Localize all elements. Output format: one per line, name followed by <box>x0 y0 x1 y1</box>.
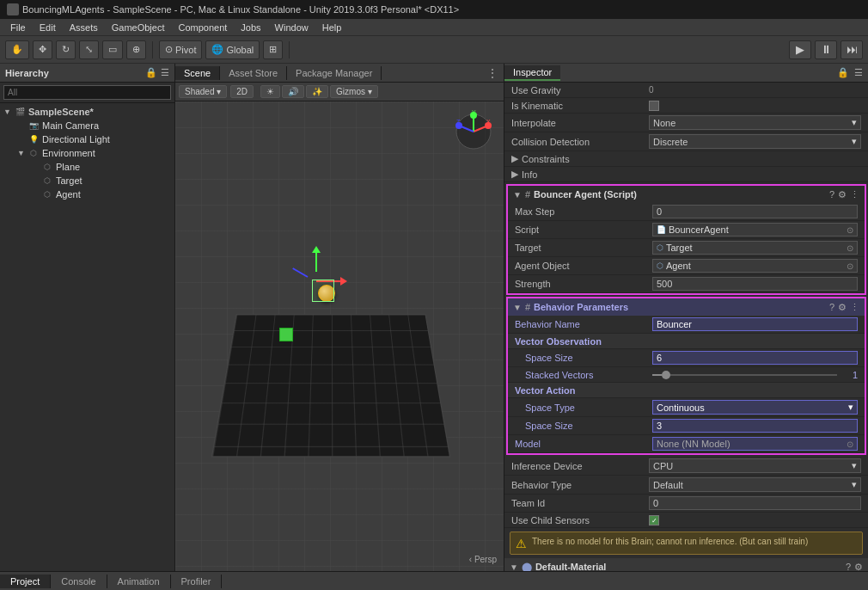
val-script: BouncerAgent <box>669 224 729 235</box>
gizmos-btn[interactable]: Gizmos ▾ <box>330 85 378 98</box>
row-info[interactable]: ▶ Info <box>504 167 868 182</box>
dropdown-behaviortype[interactable]: Default ▾ <box>649 477 861 492</box>
ref-target[interactable]: ⬡ Target ⊙ <box>652 241 858 255</box>
menu-gameobject[interactable]: GameObject <box>105 22 172 34</box>
field-maxstep[interactable] <box>652 205 858 218</box>
dropdown-collisiondetection[interactable]: Discrete ▾ <box>649 134 861 149</box>
tab-profiler[interactable]: Profiler <box>171 575 223 588</box>
menu-help[interactable]: Help <box>315 22 349 34</box>
lock-inspector-icon[interactable]: 🔒 <box>837 67 849 78</box>
clear-target-icon[interactable]: ⊙ <box>847 243 853 253</box>
label-collisiondetection: Collision Detection <box>511 137 649 147</box>
inspector-menu-icon[interactable]: ☰ <box>854 67 863 78</box>
pivot-button[interactable]: ⊙ Pivot <box>159 40 202 59</box>
view-options-icon[interactable]: ⋮ <box>486 66 498 80</box>
move-tool[interactable]: ✥ <box>33 40 52 59</box>
up-arrowhead <box>312 246 321 253</box>
right-arrowhead <box>340 277 347 286</box>
transform-tool[interactable]: ⊕ <box>126 40 146 59</box>
tree-item-directionallight[interactable]: 💡 Directional Light <box>0 132 174 146</box>
menu-file[interactable]: File <box>3 22 33 34</box>
svg-text:X: X <box>486 119 491 125</box>
slider-track-stackedvectors[interactable] <box>652 374 837 376</box>
default-material-header[interactable]: ▼ ⬤ Default-Material ? ⚙ <box>504 558 868 571</box>
clear-model-icon[interactable]: ⊙ <box>847 439 853 449</box>
label-vectorobservation: Vector Observation <box>515 336 652 347</box>
tree-item-environment[interactable]: ▼ ⬡ Environment <box>0 146 174 160</box>
global-button[interactable]: 🌐 Global <box>205 40 260 59</box>
checkbox-iskinematic[interactable] <box>649 101 659 111</box>
shading-arrow: ▾ <box>217 87 221 96</box>
row-collisiondetection: Collision Detection Discrete ▾ <box>504 132 868 151</box>
play-button[interactable]: ▶ <box>789 40 811 59</box>
tree-item-plane[interactable]: ⬡ Plane <box>0 160 174 174</box>
checkbox-usechildsensors[interactable]: ✓ <box>649 515 659 525</box>
tree-item-maincamera[interactable]: 📷 Main Camera <box>0 119 174 132</box>
row-vectorobservation-header: Vector Observation <box>508 334 865 349</box>
2d-toggle[interactable]: 2D <box>230 85 254 98</box>
lock-icon[interactable]: 🔒 <box>145 67 157 78</box>
dropdown-spacetype[interactable]: Continuous ▾ <box>652 400 858 415</box>
menu-assets[interactable]: Assets <box>63 22 105 34</box>
tab-inspector[interactable]: Inspector <box>504 65 560 81</box>
tab-package-manager[interactable]: Package Manager <box>287 66 382 80</box>
settings-icon-material[interactable]: ⚙ <box>854 562 863 572</box>
ref-script[interactable]: 📄 BouncerAgent ⊙ <box>652 223 858 237</box>
behavior-parameters-header[interactable]: ▼ # Behavior Parameters ? ⚙ ⋮ <box>508 298 865 316</box>
menu-icon[interactable]: ☰ <box>161 67 169 78</box>
bouncer-agent-section: ▼ # Bouncer Agent (Script) ? ⚙ ⋮ Max Ste… <box>506 184 866 295</box>
settings-icon[interactable]: ⚙ <box>838 189 847 200</box>
help-icon-bp[interactable]: ? <box>829 302 834 313</box>
tree-item-agent[interactable]: ⬡ Agent <box>0 187 174 201</box>
overflow-icon[interactable]: ⋮ <box>850 189 859 200</box>
grid-button[interactable]: ⊞ <box>263 40 283 59</box>
val-model: None (NN Model) <box>657 439 730 449</box>
tree-item-samplescene[interactable]: ▼ 🎬 SampleScene* <box>0 105 174 119</box>
dropdown-inferencedevice[interactable]: CPU ▾ <box>649 458 861 473</box>
menu-edit[interactable]: Edit <box>33 22 63 34</box>
menu-window[interactable]: Window <box>268 22 315 34</box>
rect-tool[interactable]: ▭ <box>102 40 123 59</box>
field-teamid[interactable] <box>649 496 861 510</box>
help-icon[interactable]: ? <box>829 189 834 200</box>
pause-button[interactable]: ⏸ <box>815 40 837 59</box>
tab-asset-store[interactable]: Asset Store <box>220 66 287 80</box>
label-target: Target <box>515 243 652 253</box>
rotate-tool[interactable]: ↻ <box>56 40 76 59</box>
slider-thumb-stackedvectors[interactable] <box>662 371 670 379</box>
step-button[interactable]: ⏭ <box>840 40 863 59</box>
label-model: Model <box>515 439 652 449</box>
field-behaviorname[interactable] <box>652 317 858 331</box>
bouncer-agent-header[interactable]: ▼ # Bouncer Agent (Script) ? ⚙ ⋮ <box>508 186 865 203</box>
field-spacesize-action[interactable] <box>652 419 858 433</box>
ref-agentobject[interactable]: ⬡ Agent ⊙ <box>652 259 858 273</box>
tab-console[interactable]: Console <box>51 575 107 588</box>
tab-project[interactable]: Project <box>0 575 51 588</box>
agent-ref-icon: ⬡ <box>657 261 663 270</box>
tree-item-target[interactable]: ⬡ Target <box>0 174 174 187</box>
clear-script-icon[interactable]: ⊙ <box>847 225 853 235</box>
help-icon-material[interactable]: ? <box>846 562 851 572</box>
audio-btn[interactable]: 🔊 <box>282 85 304 98</box>
clear-agent-icon[interactable]: ⊙ <box>847 261 853 271</box>
slider-stackedvectors: 1 <box>652 370 858 380</box>
menu-jobs[interactable]: Jobs <box>234 22 267 34</box>
shading-dropdown[interactable]: Shaded ▾ <box>179 85 227 98</box>
hierarchy-search-input[interactable] <box>3 85 171 100</box>
tab-scene[interactable]: Scene <box>175 66 220 80</box>
row-usegravity: Use Gravity 0 <box>504 83 868 98</box>
menu-component[interactable]: Component <box>171 22 234 34</box>
lights-btn[interactable]: ☀ <box>260 85 280 98</box>
dropdown-interpolate[interactable]: None ▾ <box>649 115 861 130</box>
tab-animation[interactable]: Animation <box>107 575 171 588</box>
scale-tool[interactable]: ⤡ <box>79 40 99 59</box>
hand-tool[interactable]: ✋ <box>5 40 29 59</box>
ref-model[interactable]: None (NN Model) ⊙ <box>652 437 858 451</box>
row-constraints[interactable]: ▶ Constraints <box>504 151 868 167</box>
scene-view[interactable]: X Y Z ‹ Persp <box>175 101 504 571</box>
settings-icon-bp[interactable]: ⚙ <box>838 302 847 313</box>
field-spacesize-obs[interactable] <box>652 351 858 365</box>
field-strength[interactable] <box>652 277 858 291</box>
overflow-icon-bp[interactable]: ⋮ <box>850 302 859 313</box>
fx-btn[interactable]: ✨ <box>306 85 328 98</box>
